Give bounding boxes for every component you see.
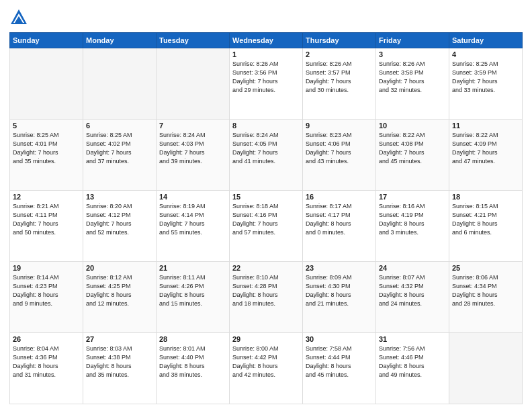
day-info: Sunrise: 8:03 AM Sunset: 4:38 PM Dayligh… — [86, 345, 153, 379]
day-info: Sunrise: 8:10 AM Sunset: 4:28 PM Dayligh… — [232, 273, 300, 308]
day-info: Sunrise: 8:22 AM Sunset: 4:09 PM Dayligh… — [452, 131, 519, 166]
calendar-table: SundayMondayTuesdayWednesdayThursdayFrid… — [9, 32, 523, 404]
calendar-cell — [10, 48, 83, 120]
calendar-cell: 18Sunrise: 8:15 AM Sunset: 4:21 PM Dayli… — [449, 191, 523, 262]
weekday-header-tuesday: Tuesday — [157, 33, 230, 48]
calendar-cell: 4Sunrise: 8:25 AM Sunset: 3:59 PM Daylig… — [449, 48, 523, 120]
calendar-cell — [157, 48, 230, 120]
calendar-week-4: 19Sunrise: 8:14 AM Sunset: 4:23 PM Dayli… — [10, 262, 523, 333]
calendar-cell: 16Sunrise: 8:17 AM Sunset: 4:17 PM Dayli… — [303, 191, 376, 262]
day-number: 19 — [13, 264, 80, 272]
calendar-week-2: 5Sunrise: 8:25 AM Sunset: 4:01 PM Daylig… — [10, 120, 523, 191]
calendar-cell — [83, 48, 157, 120]
day-number: 7 — [159, 122, 226, 130]
day-number: 28 — [159, 335, 226, 343]
day-info: Sunrise: 8:26 AM Sunset: 3:56 PM Dayligh… — [232, 60, 300, 95]
weekday-header-friday: Friday — [376, 33, 449, 48]
day-info: Sunrise: 8:15 AM Sunset: 4:21 PM Dayligh… — [452, 202, 519, 237]
calendar-week-5: 26Sunrise: 8:04 AM Sunset: 4:36 PM Dayli… — [10, 333, 523, 404]
day-number: 21 — [159, 264, 226, 272]
day-number: 3 — [379, 50, 446, 58]
calendar-cell: 7Sunrise: 8:24 AM Sunset: 4:03 PM Daylig… — [157, 120, 230, 191]
calendar-cell: 19Sunrise: 8:14 AM Sunset: 4:23 PM Dayli… — [10, 262, 83, 333]
day-info: Sunrise: 8:24 AM Sunset: 4:03 PM Dayligh… — [159, 131, 226, 166]
day-number: 8 — [232, 122, 300, 130]
logo-icon — [9, 8, 28, 27]
day-number: 29 — [232, 335, 300, 343]
weekday-header-thursday: Thursday — [303, 33, 376, 48]
day-info: Sunrise: 8:09 AM Sunset: 4:30 PM Dayligh… — [306, 273, 373, 308]
day-number: 4 — [452, 50, 519, 58]
day-info: Sunrise: 8:11 AM Sunset: 4:26 PM Dayligh… — [159, 273, 226, 308]
day-info: Sunrise: 8:21 AM Sunset: 4:11 PM Dayligh… — [13, 202, 80, 237]
day-number: 24 — [379, 264, 446, 272]
day-info: Sunrise: 8:23 AM Sunset: 4:06 PM Dayligh… — [306, 131, 373, 166]
day-info: Sunrise: 8:19 AM Sunset: 4:14 PM Dayligh… — [159, 202, 226, 237]
day-info: Sunrise: 8:01 AM Sunset: 4:40 PM Dayligh… — [159, 345, 226, 379]
calendar-cell: 12Sunrise: 8:21 AM Sunset: 4:11 PM Dayli… — [10, 191, 83, 262]
day-number: 27 — [86, 335, 153, 343]
calendar-cell: 21Sunrise: 8:11 AM Sunset: 4:26 PM Dayli… — [157, 262, 230, 333]
day-number: 23 — [306, 264, 373, 272]
day-info: Sunrise: 8:12 AM Sunset: 4:25 PM Dayligh… — [86, 273, 153, 308]
day-number: 22 — [232, 264, 300, 272]
calendar-cell: 6Sunrise: 8:25 AM Sunset: 4:02 PM Daylig… — [83, 120, 157, 191]
day-number: 13 — [86, 193, 153, 201]
day-info: Sunrise: 8:26 AM Sunset: 3:58 PM Dayligh… — [379, 60, 446, 95]
calendar-cell: 30Sunrise: 7:58 AM Sunset: 4:44 PM Dayli… — [303, 333, 376, 404]
day-number: 5 — [13, 122, 80, 130]
day-number: 6 — [86, 122, 153, 130]
day-number: 18 — [452, 193, 519, 201]
day-number: 12 — [13, 193, 80, 201]
calendar-cell: 1Sunrise: 8:26 AM Sunset: 3:56 PM Daylig… — [230, 48, 303, 120]
calendar-cell: 26Sunrise: 8:04 AM Sunset: 4:36 PM Dayli… — [10, 333, 83, 404]
day-number: 11 — [452, 122, 519, 130]
calendar-cell: 25Sunrise: 8:06 AM Sunset: 4:34 PM Dayli… — [449, 262, 523, 333]
weekday-header-monday: Monday — [83, 33, 157, 48]
day-info: Sunrise: 8:25 AM Sunset: 4:02 PM Dayligh… — [86, 131, 153, 166]
day-info: Sunrise: 8:18 AM Sunset: 4:16 PM Dayligh… — [232, 202, 300, 237]
day-info: Sunrise: 8:25 AM Sunset: 3:59 PM Dayligh… — [452, 60, 519, 95]
day-number: 10 — [379, 122, 446, 130]
day-number: 16 — [306, 193, 373, 201]
day-info: Sunrise: 7:58 AM Sunset: 4:44 PM Dayligh… — [306, 345, 373, 379]
day-info: Sunrise: 8:14 AM Sunset: 4:23 PM Dayligh… — [13, 273, 80, 308]
day-info: Sunrise: 8:20 AM Sunset: 4:12 PM Dayligh… — [86, 202, 153, 237]
calendar-cell: 5Sunrise: 8:25 AM Sunset: 4:01 PM Daylig… — [10, 120, 83, 191]
calendar-week-1: 1Sunrise: 8:26 AM Sunset: 3:56 PM Daylig… — [10, 48, 523, 120]
header — [9, 8, 523, 27]
calendar-week-3: 12Sunrise: 8:21 AM Sunset: 4:11 PM Dayli… — [10, 191, 523, 262]
day-number: 14 — [159, 193, 226, 201]
calendar-cell: 24Sunrise: 8:07 AM Sunset: 4:32 PM Dayli… — [376, 262, 449, 333]
day-number: 20 — [86, 264, 153, 272]
calendar-cell: 14Sunrise: 8:19 AM Sunset: 4:14 PM Dayli… — [157, 191, 230, 262]
calendar-cell: 8Sunrise: 8:24 AM Sunset: 4:05 PM Daylig… — [230, 120, 303, 191]
day-info: Sunrise: 8:24 AM Sunset: 4:05 PM Dayligh… — [232, 131, 300, 166]
day-info: Sunrise: 8:26 AM Sunset: 3:57 PM Dayligh… — [306, 60, 373, 95]
day-info: Sunrise: 7:56 AM Sunset: 4:46 PM Dayligh… — [379, 345, 446, 379]
day-number: 30 — [306, 335, 373, 343]
weekday-header-row: SundayMondayTuesdayWednesdayThursdayFrid… — [10, 33, 523, 48]
day-number: 25 — [452, 264, 519, 272]
day-number: 1 — [232, 50, 300, 58]
logo — [9, 8, 31, 27]
day-info: Sunrise: 8:16 AM Sunset: 4:19 PM Dayligh… — [379, 202, 446, 237]
calendar-cell: 31Sunrise: 7:56 AM Sunset: 4:46 PM Dayli… — [376, 333, 449, 404]
weekday-header-saturday: Saturday — [449, 33, 523, 48]
day-info: Sunrise: 8:04 AM Sunset: 4:36 PM Dayligh… — [13, 345, 80, 379]
day-number: 9 — [306, 122, 373, 130]
calendar-cell: 27Sunrise: 8:03 AM Sunset: 4:38 PM Dayli… — [83, 333, 157, 404]
calendar-cell: 3Sunrise: 8:26 AM Sunset: 3:58 PM Daylig… — [376, 48, 449, 120]
calendar-cell: 29Sunrise: 8:00 AM Sunset: 4:42 PM Dayli… — [230, 333, 303, 404]
day-number: 15 — [232, 193, 300, 201]
calendar-cell: 20Sunrise: 8:12 AM Sunset: 4:25 PM Dayli… — [83, 262, 157, 333]
day-number: 2 — [306, 50, 373, 58]
calendar-cell: 23Sunrise: 8:09 AM Sunset: 4:30 PM Dayli… — [303, 262, 376, 333]
day-number: 26 — [13, 335, 80, 343]
calendar-cell: 10Sunrise: 8:22 AM Sunset: 4:08 PM Dayli… — [376, 120, 449, 191]
day-number: 31 — [379, 335, 446, 343]
calendar-cell: 22Sunrise: 8:10 AM Sunset: 4:28 PM Dayli… — [230, 262, 303, 333]
calendar-cell — [449, 333, 523, 404]
calendar-cell: 11Sunrise: 8:22 AM Sunset: 4:09 PM Dayli… — [449, 120, 523, 191]
day-info: Sunrise: 8:22 AM Sunset: 4:08 PM Dayligh… — [379, 131, 446, 166]
